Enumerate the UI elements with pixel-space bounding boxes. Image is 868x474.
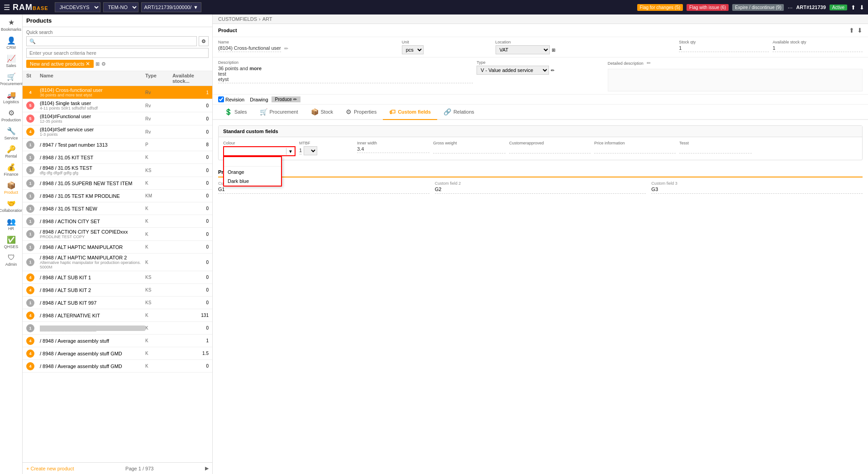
product-type: K — [145, 232, 172, 237]
tab-custom-fields[interactable]: 🏷 Custom fields — [383, 105, 437, 120]
colour-dropdown-arrow[interactable]: ▼ — [286, 148, 295, 155]
table-row[interactable]: 4 / 8948 / Average assembly stuff GMD K … — [23, 360, 212, 373]
product-type: KS — [145, 287, 172, 292]
sidebar-item-qhses[interactable]: ✅ QHSES — [0, 234, 22, 251]
sidebar-item-production[interactable]: ⚙ Production — [0, 107, 22, 124]
colour-select-trigger[interactable]: ▼ — [223, 146, 296, 156]
product-stock: 0 — [172, 116, 209, 121]
search-input[interactable] — [26, 36, 197, 46]
flag-changes-button[interactable]: Flag for changes (5) — [637, 4, 683, 11]
sidebar-item-bookmarks[interactable]: ★ Bookmarks — [0, 16, 22, 34]
detailed-desc-edit-icon[interactable]: ✏ — [647, 60, 651, 66]
sidebar-item-admin[interactable]: 🛡 Admin — [0, 252, 22, 268]
system-dropdown[interactable]: JHCDEVSYS — [55, 2, 100, 12]
table-row[interactable]: 4 (8104) Cross-functional user 36 points… — [23, 86, 212, 99]
criteria-input[interactable] — [26, 48, 209, 58]
tab-relations[interactable]: 🔗 Relations — [437, 105, 481, 120]
name-edit-icon[interactable]: ✏ — [284, 46, 288, 52]
product-type: K — [145, 338, 172, 343]
table-row[interactable]: 1 / 8947 / Test part number 1313 P 8 — [23, 139, 212, 151]
filter-settings-icon[interactable]: ⚙ — [101, 61, 106, 67]
table-row[interactable]: 4 / 8948 / Average assembly stuff GMD K … — [23, 347, 212, 360]
status-badge: 1 — [26, 230, 34, 238]
desc-field-group: Description 36 points and moretestetyst — [218, 60, 473, 91]
colour-option-dark-blue[interactable]: Dark blue — [224, 177, 281, 186]
remove-filter-icon[interactable]: ✕ — [86, 61, 90, 67]
sidebar-item-rental[interactable]: 🔑 Rental — [0, 143, 22, 160]
unit-select[interactable]: pcs — [402, 45, 424, 54]
location-expand-icon[interactable]: ⊞ — [552, 48, 555, 53]
sidebar-item-finance[interactable]: 💰 Finance — [0, 161, 22, 178]
active-filter-tag[interactable]: New and active products ✕ — [26, 60, 94, 68]
tem-dropdown[interactable]: TEM-NO — [103, 2, 138, 12]
type-edit-icon[interactable]: ✏ — [551, 68, 554, 73]
table-row[interactable]: 4 (8104)#Self service user 1-3 points Rv… — [23, 125, 212, 139]
table-row[interactable]: 4 / 8948 / ALT SUB KIT 1 KS 0 — [23, 271, 212, 284]
table-row[interactable]: 4 / 8948 / Average assembly stuff K 1 — [23, 335, 212, 347]
next-page-icon[interactable]: ▶ — [205, 465, 209, 471]
location-select[interactable]: VAT — [496, 45, 550, 54]
mtbf-value: 1 — [299, 148, 302, 154]
table-row[interactable]: 1 / 8948 / 31.05 KS TEST dfg dfg dfgdf g… — [23, 164, 212, 177]
upload-icon[interactable]: ⬆ — [851, 4, 856, 11]
search-filter-button[interactable]: ⚙ — [199, 36, 209, 46]
revision-checkbox[interactable] — [218, 96, 224, 102]
list-footer: + Create new product Page 1 / 973 ▶ — [23, 462, 212, 474]
filter-options-icon[interactable]: ⊞ — [95, 61, 100, 67]
sidebar-item-crm[interactable]: 👤 CRM — [0, 34, 22, 52]
tab-properties[interactable]: ⚙ Properties — [339, 105, 383, 120]
table-row[interactable]: 1 / 8948 / ALT HAPTIC MANIPULATOR 2 Alte… — [23, 254, 212, 271]
table-row[interactable]: 5 (8104) Single task user 4-11 points S0… — [23, 99, 212, 112]
tab-stock[interactable]: 📦 Stock — [305, 105, 340, 120]
product-custom-section-title: Product custom fields — [218, 168, 863, 177]
download-icon[interactable]: ⬇ — [859, 4, 864, 11]
hamburger-icon[interactable]: ☰ — [4, 3, 10, 12]
avail-stock-value: 1 — [773, 45, 863, 52]
revision-row: Revision Drawing Produce ✏ — [213, 95, 868, 105]
sidebar-item-procurement[interactable]: 🛒 Procurement — [0, 71, 22, 88]
top-navigation: ☰ RAMBASE JHCDEVSYS TEM-NO ART/121739/10… — [0, 0, 868, 14]
tab-procurement[interactable]: 🛒 Procurement — [253, 105, 305, 120]
sidebar-item-service[interactable]: 🔧 Service — [0, 125, 22, 142]
content-area: CUSTOMFIELDS › ART Product ⬆ ⬇ Name (810… — [213, 14, 868, 474]
relations-tab-icon: 🔗 — [444, 108, 451, 115]
produce-button[interactable]: Produce ✏ — [272, 96, 300, 102]
customer-approved-label: Customerapproved — [509, 141, 591, 145]
status-badge: Active — [830, 5, 847, 10]
sidebar-item-collaboration[interactable]: 🤝 Collaboration — [0, 197, 22, 215]
mtbf-unit-select[interactable] — [304, 146, 317, 155]
product-name: / 8948 / 31.05 TEST KM PRODLINE — [40, 193, 145, 199]
download-product-icon[interactable]: ⬇ — [857, 27, 863, 34]
sidebar-item-logistics[interactable]: 🚚 Logistics — [0, 89, 22, 106]
upload-product-icon[interactable]: ⬆ — [849, 27, 854, 34]
table-row[interactable]: 1 / 8948 / ALT SUB KIT 997 KS 0 — [23, 297, 212, 309]
sidebar-item-product[interactable]: 📦 Product — [0, 179, 22, 196]
sidebar-item-hr[interactable]: 👥 HR — [0, 215, 22, 233]
table-row[interactable]: 1 ████████████████ K 0 — [23, 322, 212, 335]
tab-relations-label: Relations — [453, 109, 474, 115]
tab-sales[interactable]: 💲 Sales — [218, 105, 253, 120]
colour-option-orange[interactable]: Orange — [224, 168, 281, 177]
flag-issue-button[interactable]: Flag with issue (6) — [687, 4, 729, 11]
more-icon[interactable]: ··· — [787, 4, 792, 11]
table-row[interactable]: 1 / 8948 / ACTION CITY SET COPIEDxxx PRO… — [23, 228, 212, 241]
table-row[interactable]: 4 / 8948 / ALT SUB KIT 2 KS 0 — [23, 284, 212, 297]
table-row[interactable]: 1 / 8948 / 31.05 TEST KM PRODLINE KM 0 — [23, 190, 212, 202]
type-select[interactable]: V - Value added service — [477, 66, 549, 75]
table-row[interactable]: 1 / 8948 / ALT HAPTIC MANIPULATOR K 0 — [23, 241, 212, 254]
product-type: Rv — [145, 90, 172, 95]
table-row[interactable]: 1 / 8948 / ACTION CITY SET K 0 — [23, 215, 212, 228]
create-product-button[interactable]: + Create new product — [26, 466, 74, 471]
breadcrumb-art[interactable]: ART — [262, 16, 272, 22]
table-row[interactable]: 1 / 8948 / 31.05 TEST NEW K 0 — [23, 202, 212, 215]
cf3-value: G3 — [651, 187, 863, 194]
sidebar-item-sales[interactable]: 📈 Sales — [0, 53, 22, 70]
breadcrumb-customfields[interactable]: CUSTOMFIELDS — [218, 16, 257, 22]
table-row[interactable]: 1 / 8948 / 31.05 SUPERB NEW TEST ITEM K … — [23, 177, 212, 190]
colour-option-empty[interactable] — [224, 157, 281, 165]
expire-button[interactable]: Expire / discontinue (9) — [732, 4, 784, 11]
standard-section-header: Standard custom fields — [219, 126, 862, 137]
table-row[interactable]: 4 / 8948 / ALTERNATIVE KIT K 131 — [23, 309, 212, 322]
table-row[interactable]: 1 / 8948 / 31.05 KIT TEST K 0 — [23, 151, 212, 164]
table-row[interactable]: 5 (8104)#Functional user 12-35 points Rv… — [23, 112, 212, 125]
